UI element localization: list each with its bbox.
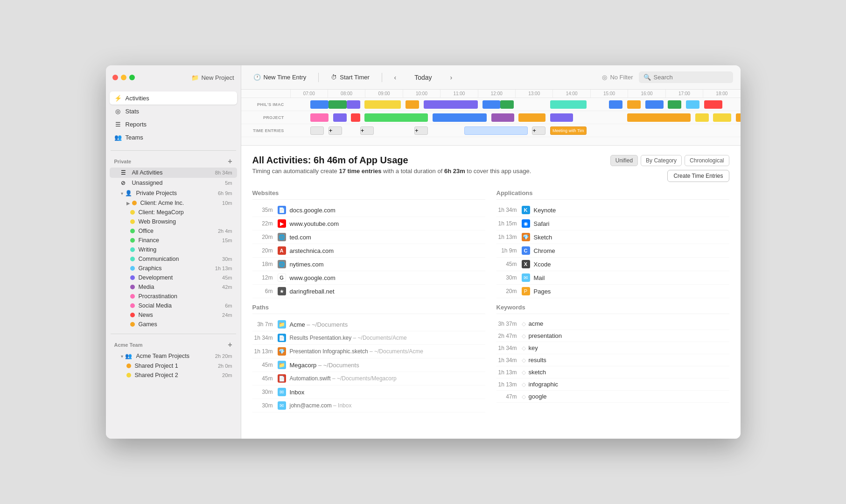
tl-block[interactable] (518, 113, 545, 122)
tl-block[interactable] (668, 100, 681, 109)
list-item: 1h 13m ◇ infographic (496, 378, 729, 391)
path-icon: 📄 (278, 334, 286, 342)
search-input[interactable] (654, 74, 728, 81)
prev-button[interactable]: ‹ (390, 72, 401, 83)
app-icon: P (522, 287, 530, 295)
project-media-item[interactable]: Media 42m (110, 282, 237, 292)
project-graphics-item[interactable]: Graphics 1h 13m (110, 264, 237, 273)
tl-block[interactable] (424, 100, 478, 109)
project-news-item[interactable]: News 24m (110, 310, 237, 320)
paths-keywords-grid: Paths 3h 7m 📁 Acme – ~/Documents 1h 34m … (252, 304, 729, 413)
all-activities-item[interactable]: ☰ All Activities 8h 34m (110, 168, 237, 178)
office-dot (130, 229, 135, 233)
close-button[interactable] (112, 75, 118, 80)
filter-button[interactable]: ◎ No Filter (602, 74, 633, 81)
sidebar-item-teams[interactable]: 👥 Teams (110, 131, 237, 144)
tl-block[interactable] (736, 113, 741, 122)
tl-block[interactable] (695, 113, 709, 122)
hour-3: 10:00 (403, 90, 440, 98)
project-writing-item[interactable]: Writing (110, 245, 237, 254)
maximize-button[interactable] (129, 75, 135, 80)
project-games-item[interactable]: Games (110, 320, 237, 329)
tl-block[interactable] (550, 100, 587, 109)
sidebar-item-reports[interactable]: ☰ Reports (110, 118, 237, 131)
app-icon: 💎 (522, 233, 530, 241)
minimize-button[interactable] (121, 75, 126, 80)
tl-block[interactable] (627, 113, 691, 122)
tl-entry[interactable]: + (532, 126, 545, 135)
applications-section: Applications 1h 34m K Keynote 1h 15m ◉ S… (496, 189, 729, 298)
tl-block[interactable] (645, 100, 664, 109)
toolbar: 🕐 New Time Entry ⏱ Start Timer ‹ Today ›… (241, 65, 741, 90)
keywords-section: Keywords 3h 37m ◇ acme 2h 47m ◇ presenta… (496, 304, 729, 413)
next-button[interactable]: › (446, 72, 457, 83)
tl-block[interactable] (310, 113, 329, 122)
project-office-item[interactable]: Office 2h 4m (110, 226, 237, 236)
tl-entry[interactable]: + (360, 126, 374, 135)
app-icon: ◉ (522, 219, 530, 228)
tl-block[interactable] (406, 100, 419, 109)
tl-entry[interactable] (310, 126, 324, 135)
tl-block[interactable] (482, 100, 501, 109)
app-icon: ✉ (522, 273, 530, 282)
list-item: 35m 📄 docs.google.com (252, 203, 485, 217)
new-project-icon: 📁 (191, 74, 199, 81)
start-timer-button[interactable]: ⏱ Start Timer (326, 71, 374, 83)
tl-meeting-entry[interactable]: Meeting with Tim (550, 126, 587, 135)
new-project-button[interactable]: 📁 New Project (191, 74, 234, 81)
tl-block[interactable] (364, 113, 428, 122)
private-projects-item[interactable]: ▾ 👤 Private Projects 6h 9m (110, 188, 237, 198)
tl-entry[interactable]: + (329, 126, 342, 135)
shared-project-1-item[interactable]: Shared Project 1 2h 0m (110, 361, 237, 371)
tl-block[interactable] (500, 100, 514, 109)
view-unified-button[interactable]: Unified (610, 155, 638, 166)
create-time-entries-button[interactable]: Create Time Entries (667, 170, 729, 182)
sidebar-item-stats[interactable]: ◎ Stats (110, 105, 237, 118)
tl-block[interactable] (686, 100, 699, 109)
shared-project-2-item[interactable]: Shared Project 2 20m (110, 371, 237, 380)
finance-dot (130, 238, 135, 243)
acme-team-projects-item[interactable]: ▾ 👥 Acme Team Projects 2h 20m (110, 351, 237, 361)
development-dot (130, 275, 135, 280)
tl-block[interactable] (310, 100, 329, 109)
data-grid: Websites 35m 📄 docs.google.com 22m ▶ www… (252, 189, 729, 298)
add-private-button[interactable]: + (228, 157, 232, 166)
search-box[interactable]: 🔍 (639, 71, 733, 83)
tl-block[interactable] (550, 113, 573, 122)
project-webbrowsing-item[interactable]: Web Browsing (110, 217, 237, 226)
project-megacorp-item[interactable]: Client: MegaCorp (110, 208, 237, 217)
tl-block[interactable] (627, 100, 641, 109)
project-procrastination-item[interactable]: Procrastination (110, 292, 237, 301)
project-socialmedia-item[interactable]: Social Media 6m (110, 301, 237, 310)
add-acme-button[interactable]: + (228, 341, 232, 349)
tl-block[interactable] (347, 100, 360, 109)
new-time-entry-button[interactable]: 🕐 New Time Entry (249, 71, 311, 83)
tl-block[interactable] (704, 100, 722, 109)
tl-block[interactable] (609, 100, 622, 109)
stats-icon: ◎ (114, 107, 122, 115)
view-chronological-button[interactable]: Chronological (685, 155, 729, 166)
tl-block[interactable] (351, 113, 360, 122)
hour-11: 18:00 (703, 90, 740, 98)
project-communication-item[interactable]: Communication 30m (110, 254, 237, 264)
project-row: PROJECT (241, 111, 741, 124)
tl-entry[interactable] (464, 126, 528, 135)
project-acme-item[interactable]: ▶ Client: Acme Inc. 10m (110, 198, 237, 208)
sidebar-item-activities[interactable]: ⚡ Activities (110, 91, 237, 105)
unassigned-item[interactable]: ⊘ Unassigned 5m (110, 178, 237, 188)
current-date: Today (405, 74, 442, 81)
tl-block[interactable] (364, 100, 401, 109)
view-bycategory-button[interactable]: By Category (641, 155, 682, 166)
tl-block[interactable] (491, 113, 514, 122)
teams-label: Teams (126, 134, 143, 141)
tl-block[interactable] (333, 113, 347, 122)
tl-block[interactable] (329, 100, 347, 109)
tl-entry[interactable]: + (414, 126, 428, 135)
tl-block[interactable] (433, 113, 487, 122)
tree-arrow-acme-icon: ▶ (126, 201, 130, 206)
acme-section-header: Acme Team + (110, 339, 237, 351)
private-section: Private + ☰ All Activities 8h 34m ⊘ Unas… (106, 154, 241, 331)
project-development-item[interactable]: Development 45m (110, 273, 237, 282)
project-finance-item[interactable]: Finance 15m (110, 236, 237, 245)
tl-block[interactable] (713, 113, 731, 122)
